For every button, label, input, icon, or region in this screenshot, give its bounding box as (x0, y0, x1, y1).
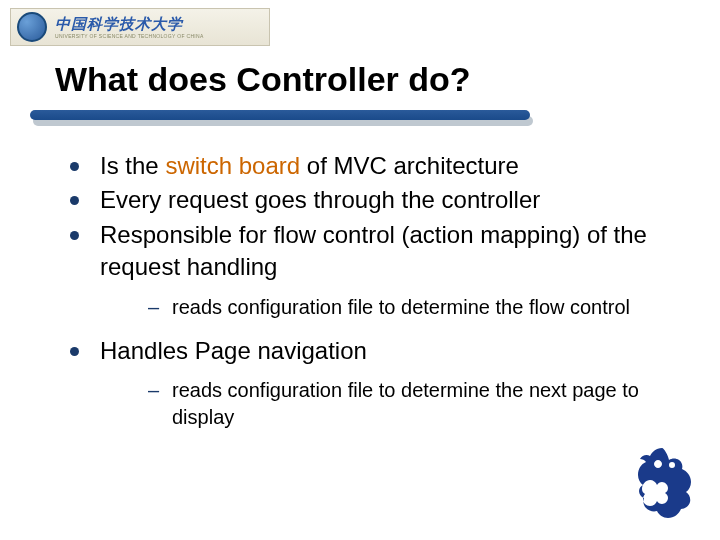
bullet-text: Handles Page navigation (100, 337, 367, 364)
logo-text: 中国科学技术大学 UNIVERSITY OF SCIENCE AND TECHN… (55, 16, 204, 39)
bullet-text: Every request goes through the controlle… (100, 186, 540, 213)
bullet-text: Responsible for flow control (action map… (100, 221, 647, 280)
logo-chinese: 中国科学技术大学 (55, 16, 204, 31)
bullet-item: Every request goes through the controlle… (60, 184, 660, 216)
title-underline (30, 110, 536, 128)
bullet-item: Is the switch board of MVC architecture (60, 150, 660, 182)
bullet-text-pre: Is the (100, 152, 165, 179)
slide-title: What does Controller do? (55, 60, 471, 99)
dragon-icon (622, 440, 702, 530)
university-seal-icon (17, 12, 47, 42)
bullet-item: Responsible for flow control (action map… (60, 219, 660, 321)
bullet-text-post: of MVC architecture (300, 152, 519, 179)
slide-content: Is the switch board of MVC architecture … (60, 150, 660, 445)
bullet-highlight: switch board (165, 152, 300, 179)
sub-bullet-item: reads configuration file to determine th… (100, 377, 660, 431)
university-logo-bar: 中国科学技术大学 UNIVERSITY OF SCIENCE AND TECHN… (10, 8, 270, 46)
sub-bullet-text: reads configuration file to determine th… (172, 379, 639, 428)
logo-english: UNIVERSITY OF SCIENCE AND TECHNOLOGY OF … (55, 33, 204, 39)
sub-bullet-item: reads configuration file to determine th… (100, 294, 660, 321)
sub-bullet-text: reads configuration file to determine th… (172, 296, 630, 318)
bullet-item: Handles Page navigation reads configurat… (60, 335, 660, 431)
